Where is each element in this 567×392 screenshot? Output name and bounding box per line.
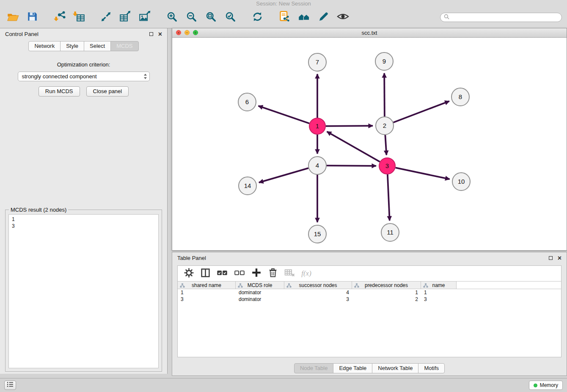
unselect-all-icon	[234, 269, 245, 278]
annotate-button[interactable]	[316, 10, 331, 25]
graph-edge-3-11[interactable]	[388, 174, 390, 221]
column-header-shared-name[interactable]: shared name	[178, 282, 236, 289]
table-row[interactable]: 3dominator323	[178, 296, 561, 303]
graph-edge-3-10[interactable]	[396, 168, 450, 179]
search-icon	[444, 14, 449, 21]
table-panel-header: Table Panel ×	[172, 252, 567, 264]
search-box[interactable]	[440, 13, 562, 22]
close-panel-button[interactable]: Close panel	[86, 86, 129, 97]
zoom-selected-button[interactable]	[223, 10, 238, 25]
tab-node-table[interactable]: Node Table	[294, 363, 334, 373]
home-button[interactable]	[296, 10, 311, 25]
control-tab-network[interactable]: Network	[28, 41, 61, 51]
zoom-out-icon	[186, 11, 197, 24]
graph-node-3[interactable]: 3	[379, 158, 395, 174]
tab-edge-table[interactable]: Edge Table	[333, 363, 372, 373]
home-icon	[298, 11, 310, 24]
node-label: 10	[458, 178, 465, 185]
table-cell: 1	[178, 289, 236, 296]
node-label: 11	[387, 229, 394, 236]
zoom-fit-button[interactable]	[203, 10, 218, 25]
column-header-mcds-role[interactable]: MCDS role	[236, 282, 284, 289]
window-titlebar: Session: New Session	[0, 0, 567, 7]
graph-node-9[interactable]: 9	[375, 52, 393, 70]
table-cell: 1	[421, 289, 457, 296]
column-layout-icon	[201, 268, 210, 279]
settings-gear-button[interactable]	[184, 268, 194, 279]
export-table-icon	[119, 11, 132, 25]
zoom-in-button[interactable]	[164, 10, 179, 25]
control-panel-title: Control Panel	[5, 31, 39, 37]
network-arrows-button[interactable]	[98, 10, 113, 25]
main-toolbar	[0, 7, 567, 28]
select-all-button[interactable]	[217, 268, 228, 279]
graph-edge-1-2[interactable]	[326, 126, 373, 126]
clipboard-network-button[interactable]	[277, 10, 292, 25]
network-window-titlebar: ×−+ scc.txt	[172, 28, 567, 38]
graph-node-2[interactable]: 2	[376, 117, 394, 135]
optimization-dropdown[interactable]: strongly connected component	[18, 72, 150, 81]
graph-edge-4-14[interactable]	[259, 168, 308, 182]
node-label: 4	[316, 162, 319, 169]
refresh-button[interactable]	[250, 10, 265, 25]
unselect-all-button[interactable]	[234, 268, 245, 279]
graph-node-7[interactable]: 7	[308, 53, 326, 71]
graph-edge-2-3[interactable]	[385, 135, 386, 155]
import-network-button[interactable]	[52, 10, 67, 25]
graph-edge-4-3[interactable]	[327, 166, 376, 166]
toolbar-group	[52, 10, 86, 25]
control-tab-select[interactable]: Select	[84, 41, 111, 51]
column-header-name[interactable]: name	[421, 282, 457, 289]
function-button[interactable]: f(x)	[301, 268, 311, 279]
run-mcds-button[interactable]: Run MCDS	[39, 86, 80, 97]
network-graph-canvas[interactable]: 7968124314101511	[172, 38, 567, 250]
float-table-panel-button[interactable]	[549, 256, 553, 260]
control-tab-style[interactable]: Style	[60, 41, 84, 51]
graph-node-14[interactable]: 14	[239, 177, 256, 195]
graph-edge-2-8[interactable]	[394, 101, 449, 122]
traffic-lights: ×−+	[176, 30, 198, 35]
node-label: 2	[383, 122, 386, 129]
open-folder-button[interactable]	[5, 10, 20, 25]
import-network-icon	[53, 11, 66, 25]
export-image-button[interactable]	[137, 10, 152, 25]
close-window-button[interactable]: ×	[176, 30, 181, 35]
control-tab-mcds[interactable]: MCDS	[110, 41, 138, 51]
graph-node-10[interactable]: 10	[452, 173, 470, 190]
eye-button[interactable]	[335, 10, 350, 25]
float-panel-button[interactable]	[149, 32, 153, 36]
column-header-successor-nodes[interactable]: successor nodes	[284, 282, 352, 289]
graph-edge-1-6[interactable]	[258, 106, 309, 123]
close-table-panel-icon[interactable]: ×	[558, 256, 561, 260]
graph-node-8[interactable]: 8	[451, 88, 469, 106]
graph-node-15[interactable]: 15	[308, 225, 326, 243]
memory-button[interactable]: Memory	[529, 381, 563, 390]
minimize-window-button[interactable]: −	[184, 30, 190, 35]
zoom-out-button[interactable]	[184, 10, 199, 25]
zoom-window-button[interactable]: +	[193, 30, 198, 35]
add-button[interactable]	[251, 268, 261, 279]
graph-node-1[interactable]: 1	[309, 118, 325, 134]
trash-button[interactable]	[268, 268, 278, 279]
import-table-button[interactable]	[71, 10, 86, 25]
graph-node-11[interactable]: 11	[381, 224, 399, 241]
table-panel: Table Panel × f(x) shared nameMCDS roles…	[172, 252, 567, 376]
graph-edge-3-1[interactable]	[327, 132, 380, 162]
table-cell: dominator	[236, 296, 284, 303]
column-layout-button[interactable]	[200, 268, 210, 279]
graph-node-4[interactable]: 4	[308, 157, 326, 174]
delete-table-button[interactable]	[284, 268, 295, 279]
column-header-predecessor-nodes[interactable]: predecessor nodes	[352, 282, 421, 289]
graph-edge-2-9[interactable]	[384, 73, 385, 116]
show-panels-button[interactable]	[4, 381, 16, 390]
table-row[interactable]: 1dominator411	[178, 289, 561, 296]
tab-network-table[interactable]: Network Table	[372, 363, 418, 373]
save-button[interactable]	[25, 10, 40, 25]
tab-motifs[interactable]: Motifs	[418, 363, 445, 373]
graph-node-6[interactable]: 6	[238, 93, 256, 111]
search-input[interactable]	[451, 14, 558, 20]
sort-icon	[354, 283, 359, 289]
export-table-button[interactable]	[118, 10, 133, 25]
trash-icon	[268, 268, 278, 279]
close-panel-icon[interactable]: ×	[158, 32, 162, 36]
